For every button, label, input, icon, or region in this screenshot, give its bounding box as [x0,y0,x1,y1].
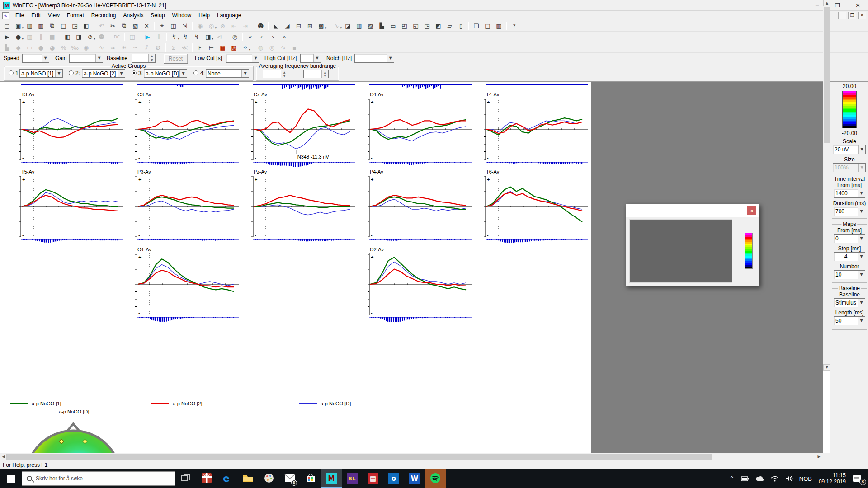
print-button[interactable]: ▤ [58,21,69,31]
onedrive-cloud-icon[interactable] [752,469,768,488]
taskbar-app-outlook[interactable]: o [383,469,404,488]
menu-item-window[interactable]: Window [169,11,195,19]
speed-combo[interactable]: ▼ [22,54,49,63]
permille-button[interactable]: ‰ [70,43,80,52]
report-avg-button[interactable]: ◰ [399,21,410,31]
marker-prev-button[interactable]: ⇤ [229,21,239,31]
view-back-button[interactable]: ◣ [271,21,281,31]
mdi-minimize-button[interactable]: ─ [838,12,846,19]
sum-epochs-button[interactable]: Σ [168,43,179,52]
group-2-combo[interactable]: a-p NoGO [2]▼ [82,69,125,78]
stimulus-plus-button[interactable]: ↯ [192,32,202,42]
window-frame-button[interactable]: ▭ [24,43,35,52]
erp-chart-c4[interactable]: C4-Av+- [364,91,474,168]
hidden-icons-chevron[interactable]: ⌃ [726,469,738,488]
group-1-radio[interactable] [9,70,14,75]
menu-item-setup[interactable]: Setup [147,11,168,19]
taskbar-app-pdf-reader[interactable]: ▤ [363,469,383,488]
length-combo[interactable]: 50▼ [834,316,865,325]
group-3-combo[interactable]: a-p NoGO [D]▼ [144,69,187,78]
delete-button[interactable]: ✕ [142,21,152,31]
averaging-from-spinner[interactable]: ▲▼ [263,70,288,78]
wave-single-button[interactable]: ∿ [96,43,107,52]
paste-special-button[interactable]: ⇲ [179,21,190,31]
taskbar-app-microsoft-store[interactable] [300,469,321,488]
maps-from-combo[interactable]: 0▼ [834,234,865,243]
map-popup-window[interactable]: x [626,204,760,286]
ti-from-combo[interactable]: 1400▼ [834,189,865,198]
taskbar-app-word[interactable]: W [404,469,425,488]
scroll-left-button[interactable]: ◀ [0,454,7,460]
menu-item-view[interactable]: View [44,11,63,19]
erp-chart-t3[interactable]: T3-Av+- [15,91,126,168]
taskbar-app-spotify[interactable] [425,469,446,488]
taskbar-app-mail[interactable]: 5 [279,469,300,488]
stimulus-minus-button[interactable]: ↯ [180,32,191,42]
group-4-radio[interactable] [193,70,198,75]
taskbar-app-edge-browser[interactable]: e [217,469,238,488]
stimulus-flash-button[interactable]: ↯▾ [169,32,179,42]
pause-button[interactable]: ∥ [36,32,46,42]
report-map-button[interactable]: ▭ [388,21,398,31]
window-cascade-button[interactable]: ❏ [471,21,481,31]
erp-chart-t4[interactable]: T4-Av+- [480,91,590,168]
wave-triple-button[interactable]: ≋ [119,43,129,52]
low-cut-combo[interactable]: ▼ [226,54,259,63]
mini-box-button[interactable]: ▪ [289,43,300,52]
scroll-up-button[interactable]: ▲ [823,0,830,6]
mdi-close-button[interactable]: ✕ [858,12,866,19]
baseline-spinner[interactable]: ▲▼ [132,54,156,63]
vertical-scroll-thumb[interactable] [824,7,830,143]
sound-marker-button[interactable]: ⊲ [214,32,225,42]
play-averaging-button[interactable]: ▶ [142,32,153,42]
erp-chart-o1[interactable]: O1-Av+- [132,246,242,323]
v-scale-marks-button[interactable]: ⊢ [206,43,217,52]
new-document-button[interactable]: ▢ [2,21,12,31]
high-cut-combo[interactable]: ▼ [300,54,321,63]
page-last-button[interactable]: » [279,32,289,42]
cut-button[interactable]: ✂ [108,21,118,31]
validate-epochs-button[interactable]: ◪ [343,21,353,31]
taskbar-app-task-view[interactable] [175,469,196,488]
taskbar-app-paint-3d[interactable] [259,469,279,488]
stop-button[interactable]: ■ [47,32,57,42]
vertical-scrollbar[interactable]: ▲ ▼ [823,0,830,371]
head-map-b-button[interactable]: ◎ [267,43,277,52]
taskbar-app-wineeg[interactable]: M [321,469,342,488]
taskbar-app-advent-gift[interactable] [196,469,217,488]
marker-menu-button[interactable]: ◎▾ [206,21,217,31]
histogram-report-button[interactable]: ▙ [377,21,387,31]
record-hhg-button[interactable]: ▥ [24,32,35,42]
manual-score-button[interactable]: ◆ [13,43,24,52]
stack-waves-button[interactable]: ≪ [179,43,190,52]
baseline-combo[interactable]: Stimulus 2▼ [834,298,865,307]
group-2-radio[interactable] [69,70,74,75]
erp-chart-c3[interactable]: C3-Av+- [132,91,242,168]
slash-tool-button[interactable]: ⫽ [142,43,152,52]
page-prev-button[interactable]: ‹ [256,32,267,42]
table-relative-button[interactable]: ▨ [365,21,376,31]
erp-chart-o2[interactable]: O2-Av+- [364,246,474,323]
montage-1-button[interactable]: ◧ [62,32,73,42]
horizontal-scroll-thumb[interactable] [7,454,712,460]
popup-close-button[interactable]: x [747,206,756,215]
erp-chart-p3[interactable]: P3-Av+- [132,169,242,245]
volume-icon[interactable] [782,469,796,488]
report-spc-button[interactable]: ◱ [410,21,421,31]
export-door-button[interactable]: ◧ [81,21,91,31]
averaging-to-spinner[interactable]: ▲▼ [303,70,329,78]
montage-2-button[interactable]: ◨ [74,32,84,42]
find-interval-button[interactable]: ◫ [168,21,179,31]
erp-chart-cz[interactable]: Cz-Av+-N348 -11.3 nV [248,91,358,168]
marker-next-button[interactable]: ⇥ [240,21,250,31]
group-1-combo[interactable]: a-p NoGO [1]▼ [19,69,63,78]
report-doc-button[interactable]: ▯ [456,21,466,31]
report-coh-button[interactable]: ◩ [433,21,443,31]
wave-double-button[interactable]: ≈ [108,43,118,52]
find-button[interactable]: ⌖ [157,21,167,31]
erp-chart-pz[interactable]: Pz-Av+- [248,169,358,245]
grid-compact-button[interactable]: ▩ [229,43,239,52]
copy-recording-button[interactable]: ⧉ [47,21,57,31]
ellipse-filled-button[interactable]: ● [36,43,46,52]
percent-button[interactable]: % [58,43,69,52]
